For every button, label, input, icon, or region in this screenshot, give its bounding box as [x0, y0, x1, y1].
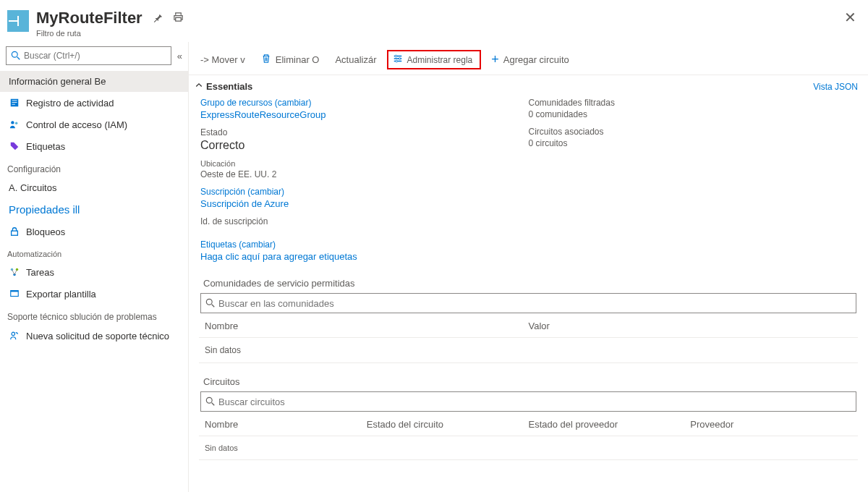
communities-table-header: Nombre Valor	[199, 313, 858, 338]
nav-iam[interactable]: Control de acceso (IAM)	[0, 114, 188, 135]
circuits-table-header: Nombre Estado del circuito Estado del pr…	[199, 412, 858, 436]
svg-rect-4	[12, 102, 17, 103]
section-support: Soporte técnico sblución de problemas	[0, 305, 188, 325]
svg-rect-15	[11, 291, 19, 292]
col-name: Nombre	[205, 419, 367, 430]
section-config: Configuración	[0, 157, 188, 177]
manage-rule-button[interactable]: Administrar regla	[387, 50, 482, 69]
refresh-button[interactable]: Actualizár	[329, 51, 382, 68]
state-label: Estado	[200, 127, 529, 137]
rg-label[interactable]: Grupo de recursos (cambiar)	[200, 98, 529, 108]
nav-label: Tareas	[26, 267, 54, 278]
circuits-search[interactable]	[200, 391, 856, 412]
tags-label[interactable]: Etiquetas (cambiar)	[200, 239, 856, 250]
section-automation: Automatización	[0, 242, 188, 261]
sidebar-search-input[interactable]	[24, 51, 166, 61]
close-icon[interactable]: ✕	[844, 9, 856, 26]
nav-label: Control de acceso (IAM)	[26, 119, 127, 130]
circuits-search-input[interactable]	[218, 396, 851, 407]
svg-rect-5	[12, 104, 15, 105]
sidebar: « Información general Be Registro de act…	[0, 42, 188, 492]
circuits-value: 0 circuitos	[529, 138, 857, 148]
location-label: Ubicación	[200, 159, 529, 168]
nav-overview[interactable]: Información general Be	[0, 71, 188, 92]
nav-export-template[interactable]: Exportar plantilla	[0, 283, 188, 305]
toolbar: -> Mover v Eliminar O Actualizár Adminis…	[189, 42, 868, 75]
rg-value[interactable]: ExpressRouteResourceGroup	[200, 109, 529, 120]
location-value: Oeste de EE. UU. 2	[200, 169, 529, 179]
collapse-sidebar-icon[interactable]: «	[177, 51, 182, 62]
essentials-toggle[interactable]	[195, 81, 203, 92]
tasks-icon	[9, 266, 20, 278]
tag-icon	[9, 140, 20, 152]
svg-line-13	[14, 270, 17, 275]
communities-no-data: Sin datos	[199, 338, 858, 363]
svg-point-6	[11, 121, 14, 124]
print-icon[interactable]	[173, 12, 184, 25]
col-value: Valor	[529, 321, 853, 331]
svg-rect-8	[12, 231, 18, 235]
communities-label: Comunidades filtradas	[529, 98, 857, 108]
nav-circuits[interactable]: A. Circuitos	[0, 177, 188, 198]
sub-label[interactable]: Suscripción (cambiar)	[200, 187, 529, 197]
delete-button[interactable]: Eliminar O	[255, 51, 326, 69]
pin-icon[interactable]	[153, 12, 163, 25]
svg-point-16	[12, 332, 14, 335]
main-content: -> Mover v Eliminar O Actualizár Adminis…	[188, 42, 868, 492]
search-icon	[205, 298, 216, 308]
activity-log-icon	[9, 97, 20, 109]
filter-settings-icon	[393, 54, 403, 66]
nav-activity-log[interactable]: Registro de actividad	[0, 92, 188, 114]
nav-label: Exportar plantilla	[26, 289, 96, 300]
state-value: Correcto	[200, 139, 529, 152]
essentials-header: Essentials	[206, 81, 252, 92]
nav-properties[interactable]: Propiedades ill	[0, 198, 188, 221]
plus-icon: +	[491, 52, 499, 67]
circuits-label: Circuitos asociados	[529, 127, 857, 137]
nav-locks[interactable]: Bloqueos	[0, 221, 188, 242]
svg-point-19	[395, 60, 397, 62]
nav-new-support-request[interactable]: Nueva solicitud de soporte técnico	[0, 325, 188, 347]
tags-add-link[interactable]: Haga clic aquí para agregar etiquetas	[200, 251, 856, 262]
svg-rect-3	[12, 101, 17, 101]
json-view-link[interactable]: Vista JSON	[813, 82, 858, 92]
col-name: Nombre	[205, 321, 529, 331]
export-template-icon	[9, 288, 20, 300]
svg-point-20	[206, 299, 212, 305]
communities-search-input[interactable]	[218, 298, 851, 309]
svg-line-12	[12, 270, 15, 275]
col-circuit-state: Estado del circuito	[367, 419, 529, 430]
iam-icon	[9, 119, 20, 130]
svg-point-7	[15, 122, 18, 125]
sidebar-search[interactable]	[6, 46, 171, 65]
nav-label: Etiquetas	[26, 141, 65, 152]
add-circuit-button[interactable]: + Agregar circuito	[485, 49, 575, 70]
move-button[interactable]: -> Mover v	[195, 51, 251, 68]
svg-point-17	[395, 55, 397, 57]
svg-point-22	[206, 397, 212, 403]
support-icon	[9, 330, 20, 342]
svg-line-23	[212, 403, 215, 406]
svg-line-1	[17, 57, 20, 60]
trash-icon	[261, 54, 271, 66]
nav-label: Bloqueos	[26, 226, 65, 237]
nav-label: Nueva solicitud de soporte técnico	[26, 331, 169, 342]
circuits-no-data: Sin datos	[199, 436, 858, 460]
svg-line-21	[212, 305, 215, 308]
nav-tags[interactable]: Etiquetas	[0, 135, 188, 157]
page-title: MyRouteFilter	[36, 9, 142, 27]
nav-label: Registro de actividad	[26, 98, 114, 109]
page-subtitle: Filtro de ruta	[36, 29, 844, 38]
col-provider-state: Estado del proveedor	[529, 419, 691, 430]
search-icon	[205, 396, 216, 407]
communities-value: 0 comunidades	[529, 109, 857, 119]
nav-label: A. Circuitos	[9, 182, 56, 193]
svg-point-18	[399, 58, 401, 60]
circuits-panel-title: Circuitos	[203, 376, 858, 387]
lock-icon	[9, 226, 20, 237]
subid-label: Id. de suscripción	[200, 216, 529, 226]
communities-search[interactable]	[200, 293, 856, 313]
resource-icon	[7, 10, 29, 32]
nav-tasks[interactable]: Tareas	[0, 261, 188, 283]
sub-value[interactable]: Suscripción de Azure	[200, 198, 529, 209]
